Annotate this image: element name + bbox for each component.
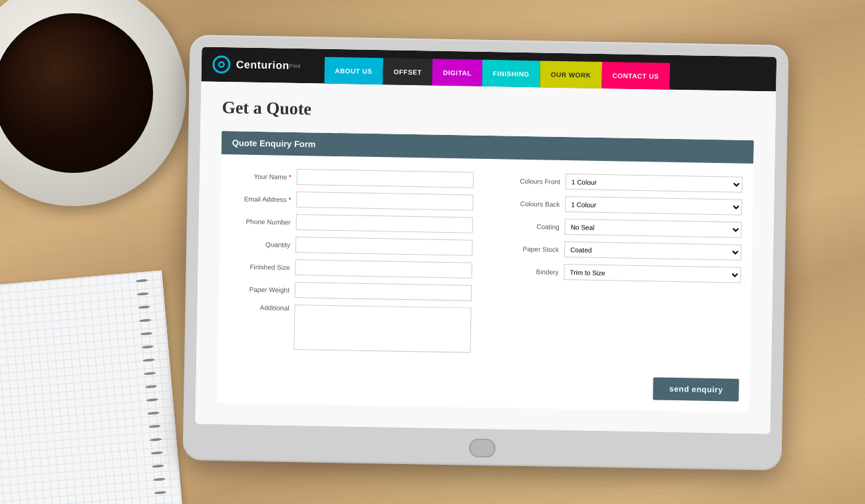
field-colours-back: Colours Back 1 Colour 2 Colour 4 Colour …: [500, 195, 742, 215]
label-finished-size: Finished Size: [230, 263, 289, 271]
nav-tab-finishing[interactable]: FINISHING: [482, 60, 540, 88]
input-paper-weight[interactable]: [295, 282, 472, 301]
spiral-coil: [148, 425, 160, 429]
label-colours-front: Colours Front: [500, 177, 560, 186]
form-right-column: Colours Front 1 Colour 2 Colour 4 Colour…: [497, 172, 743, 357]
spiral-coil: [144, 372, 156, 376]
tablet-screen: Centurion Print ABOUT US OFFSET DIGITAL …: [195, 47, 777, 434]
nav-tab-digital[interactable]: DIGITAL: [432, 59, 482, 86]
label-phone-number: Phone Number: [231, 217, 291, 226]
page-content: Get a Quote Quote Enquiry Form Your Name: [195, 81, 776, 434]
input-quantity[interactable]: [295, 237, 472, 256]
field-colours-front: Colours Front 1 Colour 2 Colour 4 Colour…: [500, 172, 743, 192]
spiral-coil: [153, 477, 165, 481]
logo-subtext: Print: [289, 63, 301, 68]
input-email-address[interactable]: [296, 191, 473, 211]
label-bindery: Bindery: [498, 267, 558, 276]
main-nav: ABOUT US OFFSET DIGITAL FINISHING OUR WO…: [324, 49, 670, 90]
select-paper-stock[interactable]: Coated Uncoated Recycled: [564, 241, 741, 261]
form-body: Your Name Email Address Phone Number: [218, 154, 753, 371]
nav-tab-about-us[interactable]: ABOUT US: [324, 57, 383, 85]
input-additional[interactable]: [293, 305, 471, 353]
spiral-coil: [136, 279, 148, 283]
spiral-coil: [154, 491, 166, 495]
label-paper-weight: Paper Weight: [230, 285, 289, 294]
website: Centurion Print ABOUT US OFFSET DIGITAL …: [195, 47, 777, 434]
field-additional: Additional: [228, 303, 471, 352]
tablet-home-button[interactable]: [469, 439, 496, 458]
spiral-coil: [142, 345, 154, 349]
spiral-coil: [142, 358, 154, 362]
field-email-address: Email Address: [231, 190, 473, 210]
form-header-title: Quote Enquiry Form: [232, 138, 316, 149]
page-title: Get a Quote: [222, 98, 754, 127]
label-colours-back: Colours Back: [500, 199, 560, 208]
nav-tab-our-work[interactable]: OUR WORK: [540, 61, 602, 88]
label-quantity: Quantity: [230, 240, 290, 249]
send-enquiry-button[interactable]: send enquiry: [653, 377, 739, 401]
coffee-cup-liquid: [0, 13, 153, 173]
tablet-device: Centurion Print ABOUT US OFFSET DIGITAL …: [182, 35, 788, 471]
input-your-name[interactable]: [297, 169, 474, 188]
spiral-coil: [138, 305, 150, 309]
input-phone-number[interactable]: [296, 214, 473, 233]
spiral-coil: [145, 385, 157, 389]
label-your-name: Your Name: [232, 172, 291, 181]
quote-form-section: Quote Enquiry Form Your Name Email Addre…: [217, 131, 754, 412]
field-bindery: Bindery Trim to Size Fold Saddle Stitch …: [498, 263, 741, 283]
input-finished-size[interactable]: [295, 259, 472, 279]
spiral-coil: [147, 412, 159, 416]
select-colours-back[interactable]: 1 Colour 2 Colour 4 Colour Full Colour: [565, 196, 742, 215]
logo-text: Centurion: [236, 59, 289, 71]
spiral-coil: [150, 438, 162, 441]
form-submit-row: send enquiry: [217, 362, 750, 412]
field-paper-weight: Paper Weight: [230, 281, 472, 301]
select-colours-front[interactable]: 1 Colour 2 Colour 4 Colour Full Colour: [566, 174, 743, 193]
label-coating: Coating: [500, 222, 560, 231]
spiral-coil: [140, 332, 152, 336]
notebook: [0, 271, 184, 504]
nav-tab-contact-us[interactable]: CONTACT US: [602, 62, 669, 90]
label-email-address: Email Address: [231, 195, 291, 203]
spiral-coil: [152, 464, 164, 468]
spiral-coil: [146, 398, 158, 402]
label-paper-stock: Paper Stock: [499, 245, 559, 253]
nav-tab-offset[interactable]: OFFSET: [383, 58, 432, 85]
spiral-coil: [151, 451, 163, 455]
field-coating: Coating No Seal Gloss Matte Soft Touch: [500, 217, 742, 237]
logo-area: Centurion Print: [202, 55, 311, 76]
field-finished-size: Finished Size: [230, 258, 472, 278]
field-paper-stock: Paper Stock Coated Uncoated Recycled: [499, 240, 741, 260]
spiral-coil: [139, 318, 151, 322]
logo-icon: [212, 55, 231, 74]
select-coating[interactable]: No Seal Gloss Matte Soft Touch: [564, 219, 741, 238]
spiral-coil: [137, 292, 149, 296]
label-additional: Additional: [229, 303, 289, 312]
field-quantity: Quantity: [230, 235, 472, 255]
select-bindery[interactable]: Trim to Size Fold Saddle Stitch Perfect …: [564, 264, 741, 283]
field-your-name: Your Name: [232, 168, 474, 188]
form-left-column: Your Name Email Address Phone Number: [228, 168, 474, 352]
field-phone-number: Phone Number: [231, 213, 473, 233]
